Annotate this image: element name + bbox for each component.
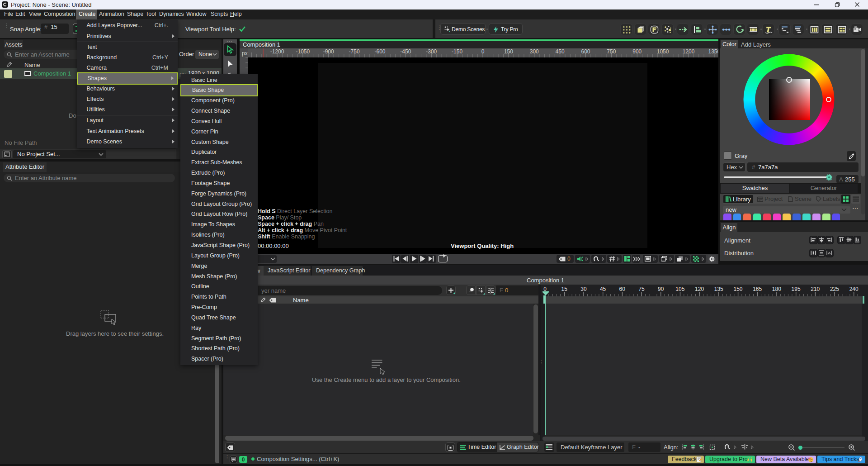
svg-text:750: 750 <box>607 48 616 55</box>
svg-text:120: 120 <box>695 286 704 292</box>
svg-text:210: 210 <box>811 286 820 292</box>
svg-text:45: 45 <box>600 286 606 292</box>
svg-text:180: 180 <box>772 286 781 292</box>
svg-text:15: 15 <box>561 286 568 292</box>
svg-text:300: 300 <box>530 48 539 55</box>
svg-text:165: 165 <box>753 286 762 292</box>
svg-text:-1200: -1200 <box>270 48 284 55</box>
svg-text:1200: 1200 <box>683 48 695 55</box>
svg-text:-150: -150 <box>452 48 462 55</box>
svg-text:240: 240 <box>849 286 859 292</box>
svg-text:105: 105 <box>675 286 684 292</box>
svg-text:225: 225 <box>830 286 839 292</box>
svg-text:0: 0 <box>481 48 485 55</box>
svg-text:60: 60 <box>619 286 626 292</box>
svg-text:900: 900 <box>632 48 642 55</box>
svg-text:-750: -750 <box>349 48 360 55</box>
svg-text:1050: 1050 <box>657 48 669 55</box>
svg-text:450: 450 <box>556 48 565 55</box>
svg-text:1350: 1350 <box>708 48 718 55</box>
svg-text:135: 135 <box>714 286 723 292</box>
svg-text:-450: -450 <box>400 48 411 55</box>
svg-text:-900: -900 <box>323 48 334 55</box>
svg-text:600: 600 <box>581 48 590 55</box>
svg-text:90: 90 <box>658 286 664 292</box>
svg-text:195: 195 <box>792 286 801 292</box>
svg-text:75: 75 <box>638 286 645 292</box>
svg-text:150: 150 <box>733 286 742 292</box>
svg-text:-600: -600 <box>374 48 385 55</box>
svg-text:-1050: -1050 <box>296 48 310 55</box>
svg-text:30: 30 <box>580 286 587 292</box>
svg-text:150: 150 <box>504 48 513 55</box>
svg-text:-300: -300 <box>426 48 437 55</box>
